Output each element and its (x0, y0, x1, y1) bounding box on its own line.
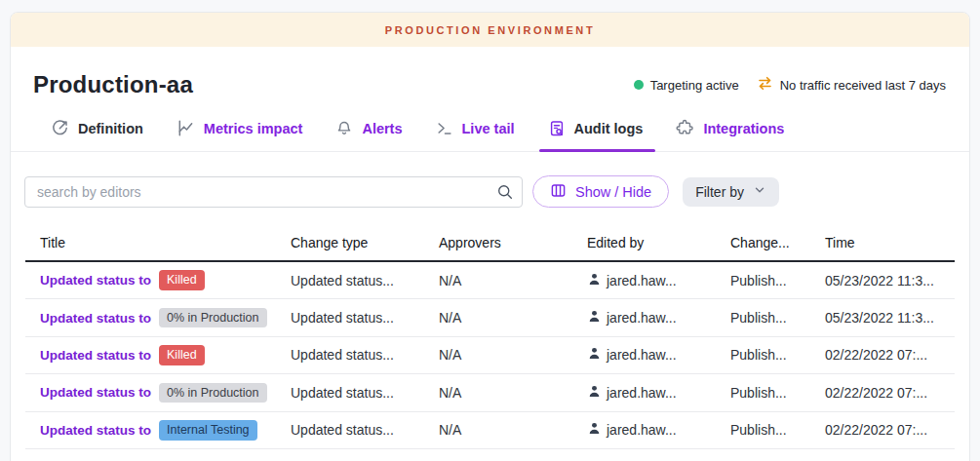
approvers-cell: N/A (439, 385, 587, 401)
col-edited-by: Edited by (587, 235, 730, 250)
table-row: Updated status to 0% in Production Updat… (25, 299, 955, 336)
search-wrap (24, 176, 523, 208)
col-approvers: Approvers (439, 235, 587, 250)
status-badge: 0% in Production (159, 308, 267, 328)
approvers-cell: N/A (439, 347, 587, 363)
banner-label: PRODUCTION ENVIRONMENT (385, 24, 595, 36)
status-badge: Killed (159, 345, 205, 365)
change-type-cell: Updated status... (291, 385, 439, 401)
tab-definition[interactable]: Definition (51, 119, 143, 151)
traffic-status: No traffic received last 7 days (757, 75, 946, 95)
person-icon (587, 421, 602, 439)
tab-alerts[interactable]: Alerts (335, 119, 402, 151)
green-dot-icon (634, 80, 644, 90)
edited-by-cell: jared.haw... (587, 421, 730, 439)
person-icon (587, 309, 602, 327)
row-title-link[interactable]: Updated status to (40, 385, 151, 400)
change-cell: Publish... (730, 273, 825, 288)
title-cell: Updated status to Internal Testing (25, 420, 291, 441)
change-type-cell: Updated status... (291, 347, 439, 363)
show-hide-label: Show / Hide (575, 184, 651, 200)
change-type-cell: Updated status... (291, 310, 439, 326)
change-type-cell: Updated status... (291, 422, 439, 438)
row-title-link[interactable]: Updated status to (40, 311, 151, 326)
change-cell: Publish... (730, 422, 825, 438)
person-icon (587, 272, 602, 289)
col-change: Change... (730, 235, 825, 250)
tab-alerts-label: Alerts (362, 121, 402, 136)
time-cell: 02/22/2022 07:... (825, 385, 955, 401)
filter-by-button[interactable]: Filter by (683, 177, 779, 207)
definition-icon (51, 119, 69, 137)
time-cell: 02/22/2022 07:... (825, 422, 955, 438)
editor-name: jared.haw... (607, 310, 677, 326)
tab-bar: Definition Metrics impact Alerts (11, 115, 969, 152)
col-time: Time (825, 235, 955, 250)
tab-audit-logs[interactable]: Audit logs (548, 119, 644, 151)
editor-name: jared.haw... (607, 385, 677, 401)
table-row: Updated status to Killed Updated status.… (25, 262, 955, 299)
row-title-link[interactable]: Updated status to (40, 423, 151, 438)
puzzle-icon (676, 119, 694, 137)
tab-metrics-impact[interactable]: Metrics impact (176, 119, 303, 151)
metrics-icon (176, 119, 195, 137)
approvers-cell: N/A (439, 310, 587, 326)
approvers-cell: N/A (439, 422, 587, 438)
edited-by-cell: jared.haw... (587, 272, 730, 289)
change-cell: Publish... (730, 347, 825, 363)
title-cell: Updated status to Killed (25, 345, 291, 365)
tab-integrations[interactable]: Integrations (676, 119, 784, 151)
table-row: Updated status to Internal Testing Updat… (25, 412, 955, 449)
tab-live-tail-label: Live tail (462, 121, 515, 136)
targeting-status-label: Targeting active (650, 78, 739, 93)
tab-metrics-impact-label: Metrics impact (204, 121, 303, 136)
terminal-icon (436, 120, 453, 137)
tab-definition-label: Definition (78, 121, 143, 136)
tab-integrations-label: Integrations (703, 121, 784, 136)
status-badge: Internal Testing (159, 420, 257, 441)
time-cell: 02/22/2022 07:... (825, 347, 955, 363)
audit-toolbar: Show / Hide Filter by (11, 152, 969, 219)
person-icon (587, 346, 602, 364)
row-title-link[interactable]: Updated status to (40, 348, 151, 363)
tab-live-tail[interactable]: Live tail (436, 119, 515, 151)
title-cell: Updated status to 0% in Production (25, 383, 291, 403)
editor-name: jared.haw... (607, 347, 677, 363)
page-title: Production-aa (33, 71, 193, 98)
audit-search-icon (548, 120, 566, 137)
traffic-status-label: No traffic received last 7 days (780, 78, 946, 93)
edited-by-cell: jared.haw... (587, 384, 730, 402)
editor-name: jared.haw... (607, 273, 677, 288)
bell-icon (335, 120, 353, 137)
time-cell: 05/23/2022 11:3... (825, 310, 955, 326)
person-icon (587, 384, 602, 402)
edited-by-cell: jared.haw... (587, 346, 730, 364)
col-change-type: Change type (291, 235, 439, 250)
status-badge: 0% in Production (159, 383, 267, 403)
production-environment-banner: PRODUCTION ENVIRONMENT (11, 13, 969, 47)
title-cell: Updated status to 0% in Production (25, 308, 291, 328)
status-area: Targeting active No traffic received las… (634, 75, 946, 95)
table-row: Updated status to Killed Updated status.… (25, 337, 955, 374)
show-hide-button[interactable]: Show / Hide (532, 175, 669, 208)
tab-audit-logs-label: Audit logs (574, 121, 644, 136)
swap-arrows-icon (757, 75, 773, 95)
title-cell: Updated status to Killed (25, 270, 291, 290)
columns-icon (550, 182, 567, 202)
environment-card: PRODUCTION ENVIRONMENT Production-aa Tar… (10, 12, 970, 461)
edited-by-cell: jared.haw... (587, 309, 730, 327)
status-badge: Killed (159, 270, 205, 290)
editor-name: jared.haw... (607, 422, 677, 438)
row-title-link[interactable]: Updated status to (40, 273, 151, 288)
change-cell: Publish... (730, 385, 825, 401)
time-cell: 05/23/2022 11:3... (825, 273, 955, 288)
change-type-cell: Updated status... (291, 273, 439, 288)
search-input[interactable] (24, 176, 523, 208)
table-row: Updated status to 0% in Production Updat… (25, 374, 955, 411)
audit-log-table: Title Change type Approvers Edited by Ch… (25, 219, 955, 449)
approvers-cell: N/A (439, 273, 587, 288)
search-icon (496, 183, 514, 205)
chevron-down-icon (753, 183, 766, 200)
page-header: Production-aa Targeting active No traffi… (11, 47, 969, 115)
change-cell: Publish... (730, 310, 825, 326)
